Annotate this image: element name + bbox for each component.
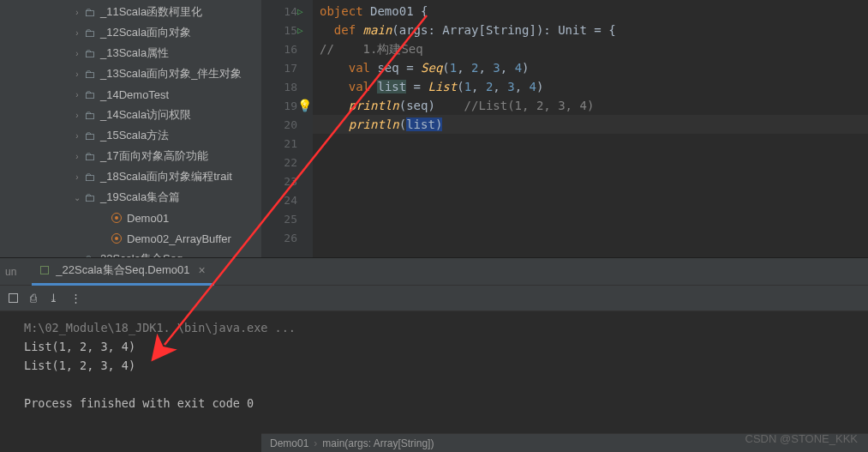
folder-icon: 🗀 xyxy=(84,109,95,122)
run-icon[interactable]: ▷ xyxy=(297,6,303,17)
tree-item[interactable]: ›🗀_17面向对象高阶功能 xyxy=(0,146,261,166)
folder-icon: 🗀 xyxy=(84,68,95,81)
chevron-icon[interactable]: ⌄ xyxy=(70,193,84,202)
gutter-line[interactable]: 19💡 xyxy=(261,96,313,115)
console-line: Process finished with exit code 0 xyxy=(24,394,868,413)
run-tabs-bar: un _22Scala集合Seq.Demo01 × xyxy=(0,258,868,286)
chevron-right-icon: › xyxy=(314,437,317,449)
watermark: CSDN @STONE_KKK xyxy=(745,432,858,445)
run-tab-title: _22Scala集合Seq.Demo01 xyxy=(56,262,189,278)
tree-item[interactable]: ›🗀_18Scala面向对象编程trait xyxy=(0,166,261,187)
chevron-icon[interactable]: › xyxy=(70,28,84,38)
run-status-icon xyxy=(40,266,49,274)
folder-icon: 🗀 xyxy=(84,150,95,163)
tree-item-label: _14DemoTest xyxy=(100,88,169,101)
chevron-icon[interactable]: › xyxy=(70,111,84,120)
tree-item-label: _13Scala属性 xyxy=(100,45,169,61)
tree-item-label: _17面向对象高阶功能 xyxy=(100,148,208,164)
tree-item[interactable]: ›🗀_14DemoTest xyxy=(0,84,261,105)
tree-item[interactable]: Demo02_ArrayBuffer xyxy=(0,228,261,249)
chevron-icon[interactable]: › xyxy=(70,152,84,161)
folder-icon: 🗀 xyxy=(84,6,95,19)
gutter-line[interactable]: 17 xyxy=(261,58,313,77)
scala-object-icon xyxy=(111,213,122,223)
run-tab[interactable]: _22Scala集合Seq.Demo01 × xyxy=(32,258,213,286)
chevron-icon[interactable]: › xyxy=(70,172,84,182)
tree-item-label: _12Scala面向对象 xyxy=(100,25,191,40)
tree-item-label: _13Scala面向对象_伴生对象 xyxy=(100,66,242,81)
gutter-line[interactable]: 24 xyxy=(261,190,313,209)
code-editor[interactable]: 14▷15▷16171819💡20212223242526 object Dem… xyxy=(261,0,868,257)
tree-item[interactable]: ›🗀_15Scala方法 xyxy=(0,125,261,146)
folder-icon: 🗀 xyxy=(84,191,95,204)
gutter-line[interactable]: 18 xyxy=(261,77,313,96)
tree-item[interactable]: ›🗀_14Scala访问权限 xyxy=(0,105,261,125)
gutter-line[interactable]: 14▷ xyxy=(261,2,313,21)
chevron-icon[interactable]: › xyxy=(70,131,84,141)
project-tree[interactable]: ›🗀_11Scala函数柯里化›🗀_12Scala面向对象›🗀_13Scala属… xyxy=(0,0,261,257)
camera-icon[interactable]: ⎙ xyxy=(30,292,37,304)
gutter-line[interactable]: 16 xyxy=(261,39,313,58)
breadcrumb-item[interactable]: Demo01 xyxy=(270,437,308,449)
console-line xyxy=(24,375,868,394)
tree-item-label: Demo02_ArrayBuffer xyxy=(127,232,231,245)
chevron-icon[interactable]: ⌄ xyxy=(70,255,84,258)
tree-item[interactable]: ⌄🗀 22Scala集合Seq xyxy=(0,249,261,257)
tree-item[interactable]: ›🗀_12Scala面向对象 xyxy=(0,22,261,43)
folder-icon: 🗀 xyxy=(84,130,95,142)
tree-item[interactable]: ›🗀_11Scala函数柯里化 xyxy=(0,2,261,22)
tree-item-label: _14Scala访问权限 xyxy=(100,107,191,123)
code-content[interactable]: object Demo01 { def main(args: Array[Str… xyxy=(313,0,868,257)
folder-icon: 🗀 xyxy=(84,88,95,101)
tree-item[interactable]: Demo01 xyxy=(0,208,261,228)
run-toolbar: ⎙ ⤓ ⋮ xyxy=(0,286,868,311)
console-line: List(1, 2, 3, 4) xyxy=(24,337,868,356)
folder-icon: 🗀 xyxy=(84,27,95,39)
chevron-icon[interactable]: › xyxy=(70,69,84,79)
tree-item-label: _19Scala集合篇 xyxy=(100,190,180,205)
tree-item-label: 22Scala集合Seq xyxy=(100,251,183,257)
tree-item[interactable]: ›🗀_13Scala属性 xyxy=(0,43,261,63)
stop-icon[interactable] xyxy=(9,293,18,303)
tree-item-label: _18Scala面向对象编程trait xyxy=(100,169,232,184)
more-icon[interactable]: ⋮ xyxy=(70,292,81,304)
folder-icon: 🗀 xyxy=(84,253,95,258)
folder-icon: 🗀 xyxy=(84,47,95,60)
folder-icon: 🗀 xyxy=(84,171,95,184)
tree-item[interactable]: ›🗀_13Scala面向对象_伴生对象 xyxy=(0,63,261,84)
run-label: un xyxy=(5,266,16,278)
gutter-line[interactable]: 15▷ xyxy=(261,21,313,39)
scroll-icon[interactable]: ⤓ xyxy=(49,292,58,304)
chevron-icon[interactable]: › xyxy=(70,49,84,58)
tree-item-label: _15Scala方法 xyxy=(100,128,169,143)
gutter-line[interactable]: 25 xyxy=(261,209,313,228)
console-line: M:\02_Module\18_JDK1. \bin\java.exe ... xyxy=(24,318,868,337)
tree-item[interactable]: ⌄🗀_19Scala集合篇 xyxy=(0,187,261,208)
tree-item-label: _11Scala函数柯里化 xyxy=(100,4,202,20)
gutter-line[interactable]: 20 xyxy=(261,115,313,134)
run-icon[interactable]: ▷ xyxy=(297,25,303,36)
scala-object-icon xyxy=(111,233,122,244)
breadcrumb-item[interactable]: main(args: Array[String]) xyxy=(322,437,434,449)
run-tool-window: un _22Scala集合Seq.Demo01 × ⎙ ⤓ ⋮ M:\02_Mo… xyxy=(0,257,868,440)
gutter-line[interactable]: 22 xyxy=(261,153,313,172)
console-line: List(1, 2, 3, 4) xyxy=(24,356,868,375)
gutter-line[interactable]: 23 xyxy=(261,172,313,190)
chevron-icon[interactable]: › xyxy=(70,90,84,99)
tree-item-label: Demo01 xyxy=(127,212,169,225)
console-output[interactable]: M:\02_Module\18_JDK1. \bin\java.exe ... … xyxy=(0,311,868,440)
bulb-icon[interactable]: 💡 xyxy=(297,99,312,112)
chevron-icon[interactable]: › xyxy=(70,8,84,17)
gutter-line[interactable]: 21 xyxy=(261,134,313,153)
close-icon[interactable]: × xyxy=(198,263,205,277)
editor-gutter: 14▷15▷16171819💡20212223242526 xyxy=(261,0,313,257)
gutter-line[interactable]: 26 xyxy=(261,228,313,247)
